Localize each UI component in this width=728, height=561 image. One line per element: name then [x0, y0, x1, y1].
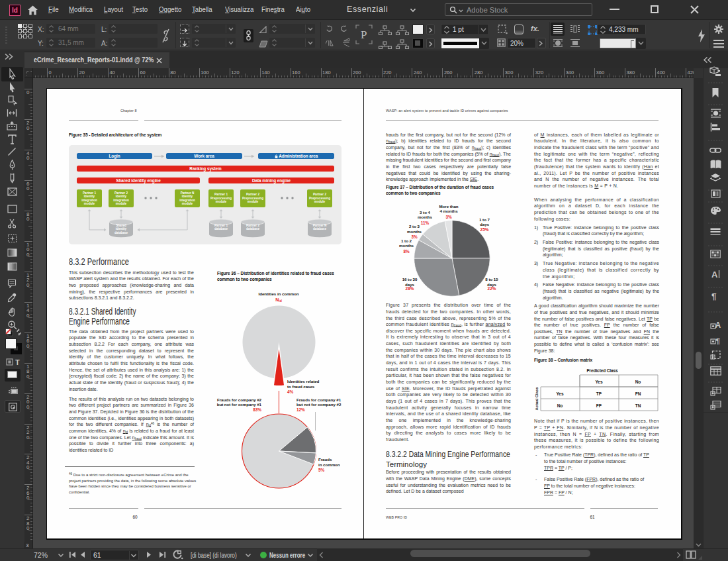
- svg-text:A: A: [715, 321, 721, 330]
- svg-text:Yes: Yes: [595, 380, 603, 384]
- svg-text:No: No: [557, 403, 563, 408]
- svg-text:No: No: [635, 380, 641, 384]
- svg-text:TP: TP: [596, 391, 602, 396]
- svg-text:A: A: [711, 270, 718, 279]
- svg-text:T: T: [15, 358, 20, 366]
- svg-text:P: P: [361, 28, 367, 41]
- svg-text:TN: TN: [635, 403, 641, 408]
- svg-text:Actual Class: Actual Class: [535, 387, 539, 411]
- svg-text:¶: ¶: [715, 336, 720, 344]
- svg-text:FN: FN: [635, 391, 641, 396]
- svg-text:Yes: Yes: [556, 391, 564, 396]
- svg-text:¶: ¶: [711, 291, 717, 301]
- svg-text:FP: FP: [596, 403, 602, 408]
